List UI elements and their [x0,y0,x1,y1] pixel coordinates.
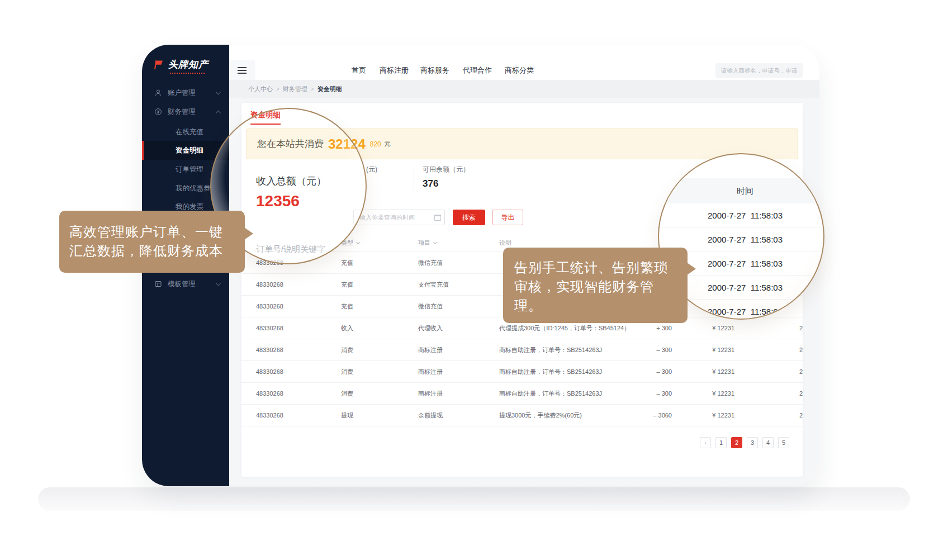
breadcrumb: 个人中心>财务管理>资金明细 [229,80,819,98]
cell-order-no: 48330268 [256,296,283,317]
callout-line: 告别手工统计、告别繁琐 [514,258,688,277]
cell-time: 2000-7-27 11:58:03 [799,405,803,426]
sidebar-item-templates[interactable]: 模板管理 [142,274,229,293]
callout-right-arrow-icon [687,263,696,275]
cell-desc: 商标自助注册，订单号：SB2514263J [499,361,602,383]
cell-type: 充值 [341,252,353,274]
nav-item-0[interactable]: 首页 [352,60,366,80]
sidebar-item-label: 在线充值 [176,127,203,137]
cell-type: 消费 [341,383,353,405]
callout-left-arrow-icon [244,227,253,240]
sidebar-item-fund-detail[interactable]: 资金明细 [142,141,229,160]
brand-flag-icon [153,59,164,70]
sidebar-item-label: 订单管理 [176,165,203,174]
cell-order-no: 48330268 [256,339,283,361]
cell-order-no: 48330268 [256,405,283,426]
pagination-page-4[interactable]: 4 [762,437,774,448]
cell-time: 2000-7-27 11:58:03 [799,361,803,383]
cell-order-no: 48330268 [256,252,283,274]
nav-item-1[interactable]: 商标注册 [380,60,409,80]
cell-amount: – 300 [622,383,672,405]
pagination-page-1[interactable]: 1 [715,437,727,448]
sidebar-item-account[interactable]: 账户管理 [142,83,229,102]
sidebar-item-coupons[interactable]: 我的优惠券 [142,179,229,198]
pagination-page-5[interactable]: 5 [778,437,789,448]
cell-type: 消费 [341,339,353,361]
breadcrumb-part: 个人中心 [248,86,273,92]
lens-time-row: 2000-7-27 11:58:03 [659,203,823,227]
sidebar-item-orders[interactable]: 订单管理 [142,160,229,179]
sidebar-item-recharge[interactable]: 在线充值 [142,122,229,141]
pagination-page-2[interactable]: 2 [731,437,742,448]
cell-balance: ¥ 12231 [689,383,734,405]
brand-name: 头牌知产 [168,58,208,71]
cell-order-no: 48330268 [256,361,283,383]
cell-project: 代理收入 [418,317,443,339]
callout-line: 理。 [514,296,688,315]
cell-project: 商标注册 [418,339,443,361]
cell-desc: 提现3000元，手续费2%(60元) [499,405,582,426]
cell-type: 消费 [341,361,353,383]
nav-item-4[interactable]: 商标分类 [505,60,534,80]
cell-balance: ¥ 12231 [689,317,734,339]
cell-type: 充值 [341,274,353,296]
cell-desc: 商标自助注册，订单号：SB2514263J [499,339,602,361]
cell-amount: – 300 [622,361,672,383]
menu-toggle-button[interactable] [229,60,255,80]
pagination-prev-button[interactable]: ‹ [700,437,711,448]
nav-item-3[interactable]: 代理合作 [463,60,492,80]
trademark-search-input[interactable] [715,63,803,78]
cell-balance: ¥ 12231 [689,361,734,383]
cell-project: 余额提现 [418,405,443,426]
callout-right-body: 告别手工统计、告别繁琐审核，实现智能财务管理。 [514,258,688,315]
cell-project: 商标注册 [418,361,443,383]
cell-order-no: 48330268 [256,383,283,405]
sidebar-item-label: 我的发票 [176,202,203,212]
cell-project: 微信充值 [418,296,443,317]
hamburger-icon [238,67,247,74]
callout-line: 高效管理账户订单、一键 [69,222,245,241]
pagination: ‹12345 [700,437,789,448]
user-icon [154,89,162,97]
cell-amount: – 3060 [622,405,672,426]
cell-type: 收入 [341,317,353,339]
cell-amount: – 300 [622,339,672,361]
callout-left: 高效管理账户订单、一键汇总数据，降低财务成本 [59,211,245,273]
template-icon [154,280,162,288]
logo[interactable]: 头牌知产 [153,58,208,71]
cell-type: 提现 [341,405,353,426]
callout-right: 告别手工统计、告别繁琐审核，实现智能财务管理。 [503,248,688,323]
callout-line: 汇总数据，降低财务成本 [69,241,245,260]
table-row: 48330268消费商标注册商标自助注册，订单号：SB2514263J– 300… [241,361,803,383]
cell-time: 2000-7-27 11:58:03 [799,317,803,339]
callout-line: 审核，实现智能财务管 [514,277,688,296]
top-bar: 首页商标注册商标服务代理合作商标分类 [229,60,819,80]
callout-left-body: 高效管理账户订单、一键汇总数据，降低财务成本 [69,222,245,260]
breadcrumb-part: 资金明细 [317,86,342,92]
sidebar-item-label: 我的优惠券 [176,184,211,193]
cell-desc: 商标自助注册，订单号：SB2514263J [499,383,602,405]
laptop-base [38,487,910,511]
table-row: 48330268消费商标注册商标自助注册，订单号：SB2514263J– 300… [241,339,803,361]
breadcrumb-separator: > [276,86,279,92]
nav-item-2[interactable]: 商标服务 [420,60,449,80]
cell-order-no: 48330268 [256,317,283,339]
table-row: 48330268消费商标注册商标自助注册，订单号：SB2514263J– 300… [241,383,803,405]
pagination-page-3[interactable]: 3 [747,437,758,448]
cell-time: 2000-7-27 11:58:03 [799,383,803,405]
breadcrumb-separator: > [311,86,314,92]
cell-type: 充值 [341,296,353,317]
cell-project: 微信充值 [418,252,443,274]
chevron-up-icon [216,110,221,116]
sidebar-item-label: 资金明细 [176,146,203,155]
sidebar-item-finance[interactable]: 财务管理 [142,102,229,121]
cell-order-no: 48330268 [256,274,283,296]
breadcrumb-part: 财务管理 [283,86,307,92]
page: 头牌知产 账户管理财务管理在线充值资金明细订单管理我的优惠券我的发票模板管理 首… [0,0,948,560]
cell-balance: ¥ 12231 [689,339,734,361]
brand-tagline [170,73,205,74]
chevron-down-icon [216,280,221,286]
sidebar-item-label: 模板管理 [168,279,196,289]
chevron-down-icon [216,89,221,94]
cell-project: 支付宝充值 [418,274,449,296]
